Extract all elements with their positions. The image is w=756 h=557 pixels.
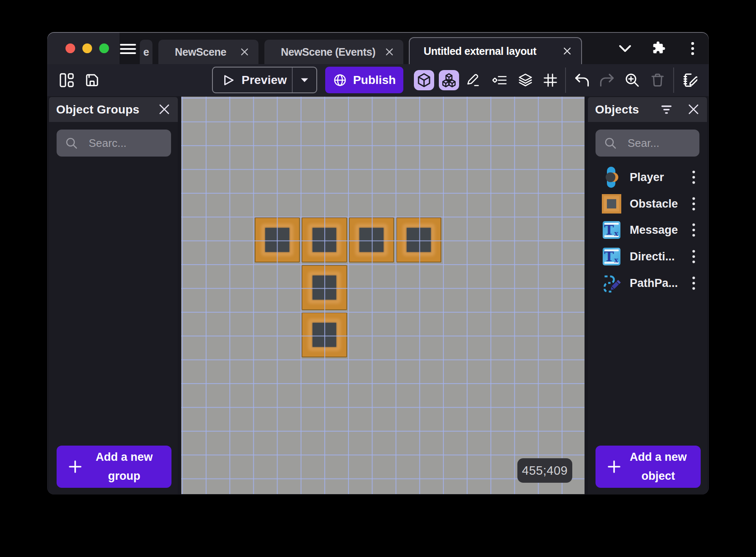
- macos-close-button[interactable]: [65, 43, 75, 53]
- object-name: Player: [630, 171, 664, 184]
- object-row-pathpaint[interactable]: PathPa...: [588, 270, 707, 297]
- direction-text-object-icon: T x: [602, 247, 621, 266]
- grid-overlay: [181, 97, 585, 494]
- object-kebab-icon[interactable]: [689, 196, 698, 212]
- objects-title: Objects: [595, 103, 639, 116]
- tab-bar: e NewScene NewScene (Events) Untitled ex…: [47, 32, 709, 64]
- svg-text:x: x: [614, 230, 618, 238]
- cube-icon: [417, 73, 431, 87]
- toolbar-divider: [565, 68, 566, 93]
- object-groups-panel-header: Object Groups: [49, 97, 178, 122]
- objects-panel-header: Objects: [588, 97, 707, 122]
- publish-button[interactable]: Publish: [325, 67, 403, 93]
- tab-close-icon[interactable]: [385, 47, 394, 57]
- object-groups-search-input[interactable]: Searc...: [57, 130, 171, 157]
- object-row-player[interactable]: Player: [588, 164, 707, 191]
- trash-icon[interactable]: [650, 73, 665, 87]
- tab-untitled-external-layout[interactable]: Untitled external layout: [409, 37, 582, 64]
- hamburger-menu-icon[interactable]: [120, 44, 136, 54]
- plus-icon: [607, 460, 621, 473]
- plus-icon: [68, 460, 82, 473]
- object-kebab-icon[interactable]: [689, 222, 698, 238]
- svg-text:T: T: [604, 222, 614, 238]
- editor-content: Object Groups Searc... Add a new group: [47, 96, 709, 495]
- obstacle-instance[interactable]: [255, 217, 300, 263]
- add-new-object-button[interactable]: Add a new object: [596, 446, 701, 488]
- tab-label: Untitled external layout: [424, 45, 559, 57]
- object-kebab-icon[interactable]: [689, 249, 698, 265]
- obstacle-instance[interactable]: [302, 312, 347, 358]
- layers-icon[interactable]: [518, 73, 533, 87]
- toolbar-divider: [673, 68, 674, 93]
- obstacle-instance[interactable]: [349, 217, 394, 263]
- tab-newscene-events[interactable]: NewScene (Events): [264, 40, 403, 64]
- app-window: e NewScene NewScene (Events) Untitled ex…: [47, 32, 709, 495]
- object-groups-title: Object Groups: [56, 103, 139, 116]
- tab-close-icon[interactable]: [240, 47, 249, 57]
- macos-zoom-button[interactable]: [99, 43, 109, 53]
- preview-button[interactable]: Preview: [212, 67, 317, 93]
- add-object-label-line2: object: [621, 467, 696, 486]
- object-name: PathPa...: [630, 277, 678, 290]
- grid-hash-icon[interactable]: [543, 73, 557, 87]
- tab-newscene[interactable]: NewScene: [158, 40, 258, 64]
- preview-split-divider: [292, 68, 293, 92]
- instructions-list-icon[interactable]: [492, 73, 507, 87]
- object-name: Directi...: [630, 250, 675, 263]
- undo-icon[interactable]: [575, 73, 589, 87]
- path-paint-object-icon: [602, 273, 621, 293]
- puzzle-extension-icon[interactable]: [652, 41, 666, 55]
- kebab-menu-icon[interactable]: [688, 41, 697, 56]
- object-groups-panel: Searc... Add a new group: [49, 122, 178, 494]
- edit-properties-icon[interactable]: [683, 73, 697, 87]
- svg-text:x: x: [614, 256, 618, 264]
- play-icon: [223, 74, 234, 86]
- 3d-cubes-toggle-button[interactable]: [439, 70, 459, 90]
- add-group-label-line1: Add a new: [82, 448, 166, 467]
- toolbar: Preview Publish: [47, 64, 709, 96]
- close-icon[interactable]: [685, 101, 702, 118]
- search-icon: [65, 137, 78, 149]
- tab-close-icon[interactable]: [563, 46, 572, 56]
- obstacle-instance[interactable]: [396, 217, 442, 263]
- close-icon[interactable]: [156, 101, 173, 118]
- redo-icon[interactable]: [600, 73, 614, 87]
- add-group-label-line2: group: [82, 467, 166, 486]
- tab-clipped[interactable]: e: [140, 40, 152, 64]
- object-row-obstacle[interactable]: Obstacle: [588, 191, 707, 217]
- add-new-group-button[interactable]: Add a new group: [57, 446, 171, 488]
- svg-text:T: T: [604, 249, 614, 264]
- preview-dropdown-button[interactable]: [293, 68, 316, 92]
- chevron-down-icon[interactable]: [618, 42, 632, 55]
- obstacle-instance[interactable]: [302, 217, 347, 263]
- caret-down-icon: [300, 78, 309, 83]
- object-row-message[interactable]: T x Message: [588, 217, 707, 243]
- object-kebab-icon[interactable]: [689, 169, 698, 185]
- obstacle-instance[interactable]: [302, 265, 347, 311]
- filter-icon[interactable]: [658, 101, 675, 118]
- preview-label: Preview: [242, 73, 287, 87]
- save-icon[interactable]: [85, 73, 99, 87]
- scene-canvas[interactable]: 455;409: [181, 97, 585, 494]
- zoom-in-icon[interactable]: [625, 73, 639, 87]
- obstacle-object-icon: [602, 194, 621, 214]
- tab-label: NewScene: [175, 46, 237, 58]
- object-row-direction[interactable]: T x Directi...: [588, 243, 707, 270]
- object-kebab-icon[interactable]: [689, 275, 698, 291]
- objects-search-input[interactable]: Sear...: [596, 130, 699, 157]
- publish-label: Publish: [353, 73, 396, 87]
- player-object-icon: [602, 168, 621, 187]
- search-icon: [604, 137, 617, 149]
- macos-minimize-button[interactable]: [82, 43, 92, 53]
- object-name: Message: [630, 224, 678, 237]
- project-manager-icon[interactable]: [60, 73, 74, 87]
- add-object-label-line1: Add a new: [621, 448, 696, 467]
- tab-label: NewScene (Events): [281, 46, 381, 58]
- preview-button-main[interactable]: Preview: [213, 68, 292, 92]
- titlebar-traffic-block: [47, 32, 120, 64]
- 3d-box-toggle-button[interactable]: [414, 70, 434, 90]
- cubes-icon: [442, 73, 456, 87]
- object-name: Obstacle: [630, 197, 678, 211]
- search-placeholder: Sear...: [628, 137, 659, 150]
- pencil-edit-icon[interactable]: [467, 73, 481, 87]
